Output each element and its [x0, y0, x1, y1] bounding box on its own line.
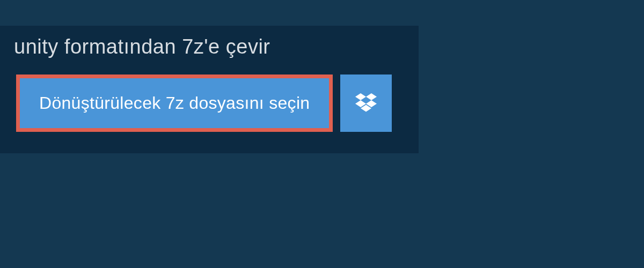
title-bar: unity formatından 7z'e çevir — [0, 26, 291, 71]
select-file-button[interactable]: Dönüştürülecek 7z dosyasını seçin — [16, 75, 333, 132]
action-row: Dönüştürülecek 7z dosyasını seçin — [0, 71, 419, 132]
select-file-label: Dönüştürülecek 7z dosyasını seçin — [39, 93, 310, 113]
dropbox-icon — [355, 93, 377, 114]
dropbox-button[interactable] — [340, 75, 392, 132]
page-title: unity formatından 7z'e çevir — [14, 35, 270, 58]
converter-panel: unity formatından 7z'e çevir Dönüştürüle… — [0, 26, 419, 153]
